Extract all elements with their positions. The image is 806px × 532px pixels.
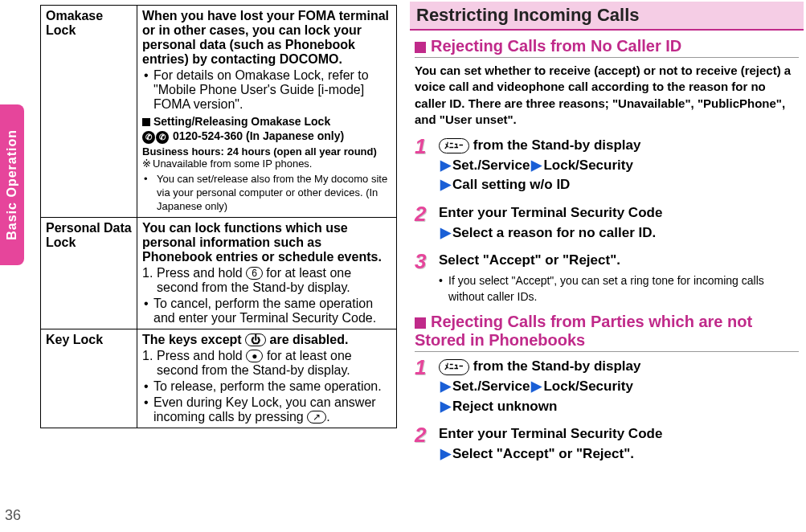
text-a: The keys except [142,333,245,346]
step-line: from the Stand-by display [469,358,640,374]
step-note: If you select "Accept", you can set a ri… [439,272,799,305]
row-desc: When you have lost your FOMA terminal or… [137,6,397,218]
subsection-title: Rejecting Calls from No Caller ID [415,37,799,58]
table-row: Key Lock The keys except ⏻ are disabled.… [41,329,397,428]
step-text-a: Press and hold [157,349,246,362]
arrow-icon: ▶ [440,158,451,173]
subsection-title-text: Rejecting Calls from No Caller ID [431,37,681,55]
step: 2 Enter your Terminal Security Code ▶Sel… [415,203,799,243]
step-content: Enter your Terminal Security Code ▶Selec… [439,424,799,464]
step-number: 1 [415,136,439,157]
bullet-item: To cancel, perform the same operation an… [142,297,391,325]
section-title-bar: Restricting Incoming Calls [410,2,804,31]
subsection-title-text: Rejecting Calls from Parties which are n… [415,313,752,349]
step-text-a: Press and hold [157,266,246,280]
row-label: Key Lock [41,329,137,428]
arrow-icon: ▶ [440,379,451,394]
step-line: Select "Accept" or "Reject". [452,446,634,461]
page-number: 36 [5,507,21,524]
bullet-item: Even during Key Lock, you can answer inc… [142,395,391,424]
subsection-title: Rejecting Calls from Parties which are n… [415,313,799,352]
lock-features-table: Omakase Lock When you have lost your FOM… [40,5,397,428]
arrow-icon: ▶ [440,399,451,414]
square-bullet-icon [415,317,426,329]
sub-heading-text: Setting/Releasing Omakase Lock [153,115,330,128]
menu-key-icon: ﾒﾆｭｰ [439,359,469,375]
power-key-icon: ⏻ [245,334,266,346]
call-key-icon: ↗ [307,411,326,424]
step-line: Select a reason for no caller ID. [452,225,656,240]
step-line: Enter your Terminal Security Code [439,205,662,220]
step-number: 2 [415,424,439,445]
menu-path-item: Set./Service [452,379,530,394]
step: 3 Select "Accept" or "Reject". If you se… [415,251,799,305]
text-b: are disabled. [266,333,348,346]
phone-line: ✆✆ 0120-524-360 (In Japanese only) [142,129,391,144]
square-bullet-icon [415,42,426,53]
text-b: . [326,410,329,424]
phone-icon: ✆ [142,131,155,144]
menu-path-item: Lock/Security [543,379,633,394]
phone-number: 0120-524-360 (In Japanese only) [173,129,344,142]
arrow-icon: ▶ [531,158,542,173]
step-number: 3 [415,251,439,272]
row-main-text: You can lock functions which use persona… [142,221,391,264]
step: 1 ﾒﾆｭｰ from the Stand-by display ▶Set./S… [415,136,799,195]
step-content: Enter your Terminal Security Code ▶Selec… [439,203,799,243]
row-main-text: The keys except ⏻ are disabled. [142,333,391,347]
step-line: Enter your Terminal Security Code [439,426,662,441]
step-line: Select "Accept" or "Reject". [439,252,620,268]
body-text: You can set whether to receive (accept) … [415,63,799,128]
step: 1 ﾒﾆｭｰ from the Stand-by display ▶Set./S… [415,357,799,416]
arrow-icon: ▶ [440,225,451,240]
key-6-icon: 6 [246,267,263,280]
step-content: ﾒﾆｭｰ from the Stand-by display ▶Set./Ser… [439,136,799,195]
menu-path-item: Lock/Security [543,158,633,173]
section-title: Restricting Incoming Calls [416,5,640,25]
numbered-item: 1. Press and hold 6 for at least one sec… [142,266,391,295]
left-margin: Basic Operation 36 [0,0,32,532]
row-desc: The keys except ⏻ are disabled. 1. Press… [137,329,397,428]
section-tab-label: Basic Operation [5,129,19,240]
note-item: Unavailable from some IP phones. [142,158,391,171]
step-number: 2 [415,203,439,224]
menu-key-icon: ﾒﾆｭｰ [439,138,469,154]
step-line: from the Stand-by display [469,137,640,153]
row-label: Personal Data Lock [41,217,137,329]
table-row: Personal Data Lock You can lock function… [41,217,397,329]
table-row: Omakase Lock When you have lost your FOM… [41,6,397,218]
business-hours: Business hours: 24 hours (open all year … [142,145,391,158]
left-column: Omakase Lock When you have lost your FOM… [32,0,402,532]
row-main-text: When you have lost your FOMA terminal or… [142,9,391,67]
step-content: Select "Accept" or "Reject". If you sele… [439,251,799,305]
menu-path-item: Reject unknown [452,399,557,414]
page: Basic Operation 36 Omakase Lock When you… [0,0,806,532]
arrow-icon: ▶ [440,177,451,192]
phone-icon: ✆ [156,131,169,144]
sub-heading: Setting/Releasing Omakase Lock [142,115,391,128]
square-bullet-icon [142,118,150,126]
arrow-icon: ▶ [440,446,451,461]
text-a: Even during Key Lock, you can answer inc… [153,395,376,424]
step-content: ﾒﾆｭｰ from the Stand-by display ▶Set./Ser… [439,357,799,416]
section-tab: Basic Operation [0,104,24,265]
step: 2 Enter your Terminal Security Code ▶Sel… [415,424,799,464]
row-desc: You can lock functions which use persona… [137,217,397,329]
arrow-icon: ▶ [531,379,542,394]
bullet-item: You can set/release also from the My doc… [142,173,391,214]
bullet-item: For details on Omakase Lock, refer to "M… [142,68,391,112]
step-number: 1 [415,357,439,378]
right-column: Restricting Incoming Calls Rejecting Cal… [402,0,804,532]
numbered-item: 1. Press and hold ● for at least one sec… [142,349,391,378]
center-key-icon: ● [246,350,263,362]
menu-path-item: Call setting w/o ID [452,177,570,192]
bullet-item: To release, perform the same operation. [142,379,391,394]
row-label: Omakase Lock [41,6,137,218]
menu-path-item: Set./Service [452,158,530,173]
